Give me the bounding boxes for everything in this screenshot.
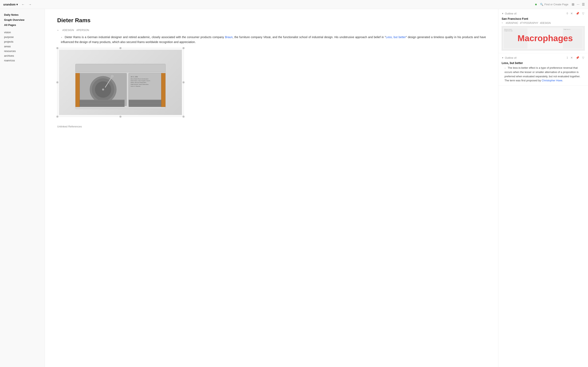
svg-rect-10: [80, 100, 125, 107]
body-text: ● Dieter Rams is a German industrial des…: [57, 35, 486, 45]
topbar: urandom ▾ ← → 🔍 Find or Create Page ⊞ ··…: [0, 0, 588, 9]
outline-filter-button-2[interactable]: ▽: [582, 56, 585, 60]
outline-title-1[interactable]: San Francisco Font: [502, 17, 585, 20]
svg-rect-1: [76, 64, 165, 72]
tag-person[interactable]: #PERSON: [76, 29, 89, 32]
bullet-dot: ●: [57, 29, 59, 32]
outline-close-button-2[interactable]: ✕: [570, 56, 573, 60]
back-button[interactable]: ←: [20, 2, 26, 7]
triangle-down-icon-1: ▼: [502, 12, 504, 15]
main-layout: Daily Notes Graph Overview All Pages vis…: [0, 9, 588, 367]
sidebar-item-roamcss[interactable]: roam/css: [0, 58, 45, 63]
search-label: Find or Create Page: [545, 3, 568, 6]
braun-link[interactable]: Braun: [225, 35, 233, 39]
resize-handle-tr[interactable]: [183, 47, 184, 49]
workspace-label: urandom: [3, 3, 16, 6]
svg-text:Dieter Rams, Hans Gugelot, Ger: Dieter Rams, Hans Gugelot, Gerd A.: [131, 80, 150, 81]
sidebar-item-purpose[interactable]: purpose: [0, 35, 45, 39]
outline-section-2: ▼ Outline of: 1 ✕ 📌 ▽ Less, but better ●…: [498, 53, 588, 85]
sidebar-item-archives[interactable]: archives: [0, 53, 45, 58]
less-but-better-link[interactable]: Less, but better: [386, 35, 406, 39]
outline-tag-graphic[interactable]: #GRAPHIC: [506, 22, 518, 25]
braun-device-svg: SK 5, 1958 Mono Radio-Phono-Kombination …: [69, 52, 172, 113]
outline-filter-button-1[interactable]: ▽: [582, 11, 585, 16]
svg-rect-20: [76, 73, 80, 107]
svg-text:Hans G. Pfaender: Hans G. Pfaender: [131, 86, 140, 87]
outline-bullet-2: ●: [504, 67, 506, 69]
outline-pin-button-2[interactable]: 📌: [575, 56, 580, 60]
svg-rect-21: [161, 73, 165, 107]
topbar-icons: ⊞ ··· ☰: [572, 2, 585, 6]
resize-handle-bm[interactable]: [120, 116, 121, 117]
outline-title-2[interactable]: Less, but better: [502, 61, 585, 65]
nav-buttons: ← →: [20, 2, 33, 7]
resize-handle-lm[interactable]: [57, 82, 58, 83]
search-bar[interactable]: 🔍 Find or Create Page: [540, 3, 568, 6]
tags-block: ● #DESIGN #PERSON: [57, 29, 486, 32]
body-bullet: ●: [61, 36, 62, 39]
sidebar-item-vision[interactable]: vision: [0, 30, 45, 35]
content-area: Dieter Rams ● #DESIGN #PERSON ● Dieter R…: [45, 9, 498, 367]
menu-icon[interactable]: ☰: [582, 2, 585, 6]
resize-handle-tl[interactable]: [57, 47, 58, 49]
resize-handle-br[interactable]: [183, 116, 184, 117]
svg-text:Ralph Michiel, Helmut Müenskes: Ralph Michiel, Helmut Müenskes,: [131, 84, 149, 85]
topbar-right: 🔍 Find or Create Page ⊞ ··· ☰: [535, 2, 585, 6]
svg-point-6: [102, 89, 104, 91]
unlinked-references[interactable]: Unlinked References: [57, 125, 486, 128]
svg-text:Müller, Wernand Wagenfährt,: Müller, Wernand Wagenfährt,: [131, 82, 147, 83]
outline-collapse-2[interactable]: ▼ Outline of:: [502, 56, 517, 59]
sidebar-item-daily-notes[interactable]: Daily Notes: [0, 12, 45, 17]
sync-status-dot: [535, 4, 537, 5]
more-options-icon[interactable]: ···: [577, 3, 579, 6]
topbar-left: urandom ▾ ← →: [3, 2, 33, 7]
outline-count-1: 0: [567, 12, 568, 15]
outline-close-button-1[interactable]: ✕: [570, 11, 573, 16]
outline-body-2: ● The less-is-better effect is a type of…: [502, 66, 585, 83]
chevron-down-icon: ▾: [16, 3, 18, 6]
body-block: ● Dieter Rams is a German industrial des…: [57, 35, 486, 45]
outline-actions-2: 1 ✕ 📌 ▽: [567, 56, 585, 60]
search-icon: 🔍: [540, 3, 543, 6]
resize-handle-bl[interactable]: [57, 116, 58, 117]
image-block: SK 5, 1958 Mono Radio-Phono-Kombination …: [57, 48, 184, 117]
svg-text:SK 5, 1958: SK 5, 1958: [131, 76, 138, 77]
workspace-name[interactable]: urandom ▾: [3, 3, 18, 6]
calendar-icon[interactable]: ⊞: [572, 2, 574, 6]
outline-actions-1: 0 ✕ 📌 ▽: [567, 11, 585, 16]
macrophages-text: Macrophages: [518, 33, 573, 43]
sidebar: Daily Notes Graph Overview All Pages vis…: [0, 9, 45, 367]
svg-text:Mono Radio-Phono-Kombination: Mono Radio-Phono-Kombination: [131, 78, 148, 80]
outline-tag-typography[interactable]: #TYPOGRAPHY: [520, 22, 538, 25]
sidebar-divider: [0, 27, 45, 30]
christopher-hsee-link[interactable]: Christopher Hsee: [542, 79, 562, 82]
braun-image: SK 5, 1958 Mono Radio-Phono-Kombination …: [59, 50, 182, 115]
outline-collapse-1[interactable]: ▼ Outline of:: [502, 12, 517, 15]
sidebar-item-graph-overview[interactable]: Graph Overview: [0, 17, 45, 22]
page-title: Dieter Rams: [57, 17, 486, 24]
outline-label-2: Outline of:: [505, 56, 517, 59]
right-panel: ▼ Outline of: 0 ✕ 📌 ▽ San Francisco Font…: [498, 9, 588, 367]
outline-header-2: ▼ Outline of: 1 ✕ 📌 ▽: [502, 56, 585, 60]
outline-pin-button-1[interactable]: 📌: [575, 11, 580, 16]
outline-header-1: ▼ Outline of: 0 ✕ 📌 ▽: [502, 11, 585, 16]
tag-design[interactable]: #DESIGN: [62, 29, 74, 32]
resize-handle-tm[interactable]: [120, 47, 121, 49]
svg-rect-15: [129, 100, 163, 107]
triangle-down-icon-2: ▼: [502, 57, 504, 59]
tags-line: ● #DESIGN #PERSON: [57, 29, 486, 32]
svg-point-8: [111, 75, 114, 78]
resize-handle-rm[interactable]: [183, 82, 184, 83]
outline-count-2: 1: [567, 56, 568, 59]
sidebar-item-projects[interactable]: projects: [0, 39, 45, 44]
outline-bullet-1: ●: [502, 22, 503, 25]
sidebar-item-areas[interactable]: areas: [0, 44, 45, 49]
outline-section-1: ▼ Outline of: 0 ✕ 📌 ▽ San Francisco Font…: [498, 9, 588, 53]
outline-tags-1: ● #GRAPHIC #TYPOGRAPHY #DESIGN: [502, 22, 585, 25]
sidebar-item-all-pages[interactable]: All Pages: [0, 22, 45, 27]
sidebar-item-resources[interactable]: resources: [0, 49, 45, 53]
outline-tag-design[interactable]: #DESIGN: [540, 22, 551, 25]
outline-image-1: Minimal contrast... Straight hints align…: [502, 26, 585, 50]
outline-label-1: Outline of:: [505, 12, 517, 15]
forward-button[interactable]: →: [27, 2, 33, 7]
